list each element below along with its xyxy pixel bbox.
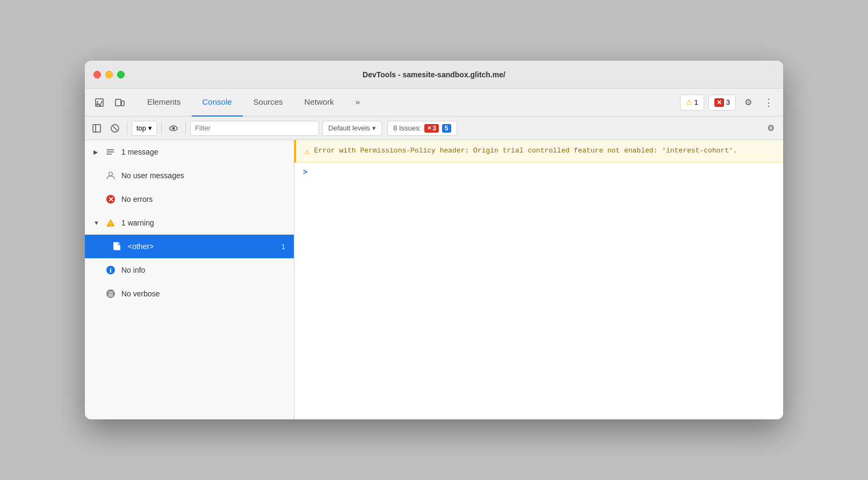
tab-elements[interactable]: Elements [136, 89, 192, 117]
sidebar-item-warnings[interactable]: ▼ ! 1 warning [85, 211, 294, 235]
sidebar: ▶ 1 message [85, 140, 294, 419]
svg-point-13 [107, 151, 108, 152]
sidebar-toggle-button[interactable] [89, 121, 104, 136]
window-title: DevTools - samesite-sandbox.glitch.me/ [363, 70, 505, 79]
svg-text:!: ! [110, 221, 111, 227]
tab-console[interactable]: Console [192, 89, 243, 117]
issues-error-badge: ✕3 [424, 124, 439, 133]
tab-network[interactable]: Network [294, 89, 345, 117]
levels-chevron-icon: ▾ [372, 124, 376, 132]
issues-label: 8 Issues: [393, 124, 421, 132]
svg-rect-2 [121, 101, 124, 106]
error-badge-button[interactable]: ✕ 3 [708, 94, 736, 111]
context-selector[interactable]: top ▾ [132, 121, 157, 136]
warning-triangle-icon: ⚠ [305, 146, 310, 157]
issues-button[interactable]: 8 Issues: ✕3 5 [387, 121, 457, 136]
tabbar-right: ⚠ 1 ✕ 3 ⚙ ⋮ [680, 94, 777, 111]
file-icon [112, 241, 122, 252]
tabbar: Elements Console Sources Network » ⚠ 1 ✕… [85, 89, 783, 117]
console-prompt-line[interactable]: > [294, 163, 783, 182]
svg-rect-1 [115, 99, 121, 106]
sidebar-item-user-messages[interactable]: No user messages [85, 164, 294, 187]
sidebar-item-info[interactable]: i No info [85, 258, 294, 282]
tab-sources[interactable]: Sources [243, 89, 294, 117]
expand-arrow-icon: ▶ [93, 149, 100, 156]
svg-point-12 [107, 149, 108, 150]
user-icon [105, 170, 116, 181]
divider3 [185, 122, 186, 135]
devtools-window: DevTools - samesite-sandbox.glitch.me/ E… [85, 61, 783, 419]
info-icon: i [105, 265, 116, 275]
filter-input[interactable] [190, 121, 319, 136]
context-label: top [136, 124, 146, 132]
verbose-icon: ☰ [105, 288, 116, 299]
errors-label: No errors [121, 195, 285, 203]
device-icon-button[interactable] [112, 94, 128, 111]
messages-label: 1 message [121, 148, 285, 156]
list-icon [105, 147, 116, 157]
error-icon: ✕ [714, 98, 724, 107]
warning-icon: ! [105, 217, 116, 228]
sidebar-item-errors[interactable]: ✕ No errors [85, 187, 294, 211]
inspect-icon-button[interactable] [91, 94, 107, 111]
divider2 [161, 122, 162, 135]
error-count: 3 [726, 98, 730, 106]
svg-text:i: i [110, 266, 112, 274]
console-toolbar: top ▾ Default levels ▾ 8 Issues: ✕3 5 ⚙ [85, 117, 783, 140]
svg-point-8 [172, 127, 175, 129]
sidebar-item-messages[interactable]: ▶ 1 message [85, 140, 294, 164]
console-output: ⚠ Error with Permissions-Policy header: … [294, 140, 783, 419]
warning-icon: ⚠ [686, 98, 692, 106]
minimize-button[interactable] [105, 71, 113, 78]
more-menu-button[interactable]: ⋮ [761, 97, 777, 108]
issues-chat-badge: 5 [442, 124, 451, 133]
prompt-arrow-icon: > [303, 168, 307, 177]
warning-badge-button[interactable]: ⚠ 1 [680, 94, 704, 111]
warning-text: Error with Permissions-Policy header: Or… [314, 146, 737, 156]
svg-rect-3 [93, 125, 100, 132]
levels-label: Default levels [328, 124, 370, 132]
other-count: 1 [281, 243, 285, 251]
user-messages-label: No user messages [121, 171, 285, 180]
info-label: No info [121, 266, 285, 274]
tab-more[interactable]: » [345, 89, 371, 117]
settings-button[interactable]: ⚙ [740, 94, 756, 111]
close-button[interactable] [93, 71, 101, 78]
svg-point-15 [109, 172, 113, 176]
maximize-button[interactable] [117, 71, 125, 78]
eye-button[interactable] [166, 121, 181, 136]
sidebar-item-other[interactable]: <other> 1 [85, 235, 294, 258]
chevron-down-icon: ▾ [148, 124, 152, 132]
tabbar-icons [91, 94, 128, 111]
titlebar: DevTools - samesite-sandbox.glitch.me/ [85, 61, 783, 89]
warning-message: ⚠ Error with Permissions-Policy header: … [294, 140, 783, 163]
main-content: ▶ 1 message [85, 140, 783, 419]
expand-warning-icon: ▼ [93, 220, 100, 226]
svg-text:✕: ✕ [108, 195, 114, 203]
other-label: <other> [128, 242, 276, 251]
traffic-lights [93, 71, 125, 78]
svg-text:☰: ☰ [108, 291, 113, 297]
levels-button[interactable]: Default levels ▾ [322, 121, 382, 136]
svg-line-6 [113, 126, 117, 130]
svg-point-14 [107, 154, 108, 155]
error-icon: ✕ [105, 194, 116, 205]
divider [127, 122, 127, 135]
clear-button[interactable] [107, 121, 122, 136]
warnings-label: 1 warning [121, 219, 285, 227]
sidebar-item-verbose[interactable]: ☰ No verbose [85, 282, 294, 306]
warning-count: 1 [695, 98, 698, 106]
console-settings-icon[interactable]: ⚙ [763, 121, 779, 135]
verbose-label: No verbose [121, 289, 285, 298]
